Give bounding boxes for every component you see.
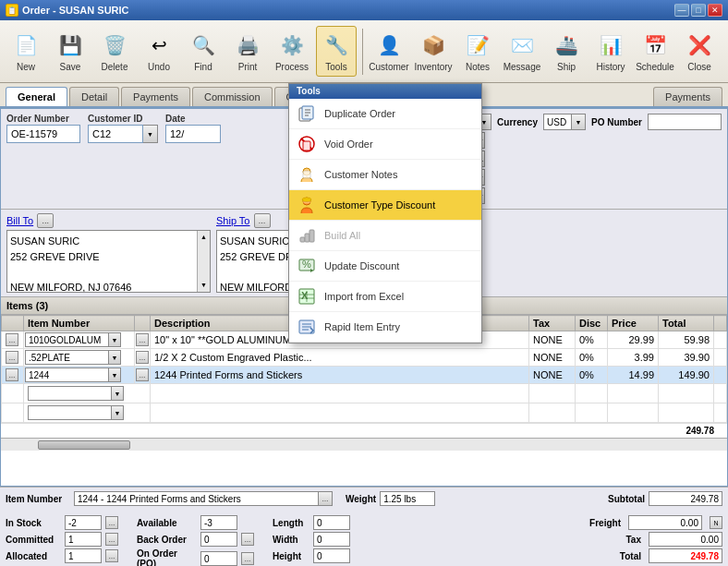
customer-id-dropdown[interactable]: ▼: [143, 125, 158, 143]
item-dropdown[interactable]: ▼: [108, 332, 121, 347]
on-order-btn[interactable]: …: [241, 552, 254, 565]
freight-btn[interactable]: N: [710, 516, 722, 529]
item-detail-btn[interactable]: …: [136, 333, 149, 346]
tax-cell: NONE: [529, 349, 576, 367]
freight-input[interactable]: [628, 515, 702, 530]
row-btn-cell[interactable]: …: [2, 331, 24, 349]
inventory-label: Inventory: [414, 62, 452, 72]
item-number-detail-btn[interactable]: …: [318, 491, 333, 506]
history-button[interactable]: 📊 History: [590, 26, 631, 77]
item-dropdown[interactable]: ▼: [108, 350, 121, 365]
tab-payments[interactable]: Payments: [121, 87, 190, 106]
menu-customer-type-discount[interactable]: Customer Type Discount: [289, 190, 481, 221]
new-label: New: [17, 62, 35, 72]
h-scroll-thumb[interactable]: [38, 440, 130, 450]
message-button[interactable]: ✉️ Message: [502, 26, 542, 77]
tools-button[interactable]: 🔧 Tools: [316, 26, 357, 77]
row-btn-cell[interactable]: …: [2, 367, 24, 384]
delete-button[interactable]: 🗑️ Delete: [94, 26, 135, 77]
item-id-input[interactable]: [25, 350, 108, 365]
tab-payments2[interactable]: Payments: [653, 87, 722, 106]
customer-button[interactable]: 👤 Customer: [369, 26, 409, 77]
order-number-input[interactable]: OE-11579: [6, 125, 80, 143]
menu-import-excel[interactable]: X Import from Excel: [289, 282, 481, 312]
tab-detail[interactable]: Detail: [69, 87, 119, 106]
row-expand-btn[interactable]: …: [6, 368, 18, 381]
menu-update-discount[interactable]: % Update Discount: [289, 251, 481, 282]
item-id-input[interactable]: [25, 332, 108, 347]
row-expand-btn[interactable]: …: [6, 333, 18, 346]
committed-input[interactable]: [65, 532, 102, 547]
height-input[interactable]: [313, 548, 350, 563]
bill-scroll-down[interactable]: ▼: [198, 281, 210, 291]
find-button[interactable]: 🔍 Find: [183, 26, 224, 77]
delete-label: Delete: [102, 62, 128, 72]
on-order-input[interactable]: [200, 551, 237, 566]
disc-cell: 0%: [576, 331, 608, 349]
item-btn-cell[interactable]: …: [135, 331, 151, 349]
date-input[interactable]: [165, 125, 221, 143]
print-button[interactable]: 🖨️ Print: [227, 26, 268, 77]
customer-label: Customer: [369, 62, 408, 72]
available-input[interactable]: [200, 515, 237, 530]
bill-scroll-up[interactable]: ▲: [198, 233, 210, 243]
empty-item-input[interactable]: [28, 386, 111, 401]
currency-dropdown[interactable]: ▼: [571, 114, 586, 130]
item-dropdown[interactable]: ▼: [108, 367, 121, 382]
undo-button[interactable]: ↩ Undo: [139, 26, 179, 77]
po-number-input[interactable]: [648, 114, 722, 130]
item-detail-btn[interactable]: …: [136, 368, 149, 381]
item-btn-cell[interactable]: …: [135, 367, 151, 384]
new-button[interactable]: 📄 New: [6, 26, 46, 77]
empty-item-input[interactable]: [28, 405, 111, 420]
menu-duplicate-order[interactable]: Duplicate Order: [289, 99, 481, 129]
in-stock-btn[interactable]: …: [105, 516, 118, 529]
horizontal-scrollbar[interactable]: [1, 438, 727, 451]
subtotal-input[interactable]: [649, 491, 722, 506]
item-number-detail-input[interactable]: [74, 491, 318, 506]
back-order-btn[interactable]: …: [241, 533, 254, 546]
window-title: Order - SUSAN SURIC: [22, 5, 129, 16]
tab-commission[interactable]: Commission: [192, 87, 273, 106]
tab-general[interactable]: General: [6, 87, 67, 106]
total-input[interactable]: [649, 548, 722, 563]
weight-input[interactable]: [380, 491, 435, 506]
menu-rapid-item[interactable]: Rapid Item Entry: [289, 312, 481, 343]
window-close-button[interactable]: ✕: [708, 4, 722, 17]
row-btn-cell[interactable]: …: [2, 349, 24, 367]
process-button[interactable]: ⚙️ Process: [272, 26, 312, 77]
in-stock-input[interactable]: [65, 515, 102, 530]
row-expand-btn[interactable]: …: [6, 351, 18, 364]
menu-void-order[interactable]: Void Order: [289, 129, 481, 160]
save-button[interactable]: 💾 Save: [50, 26, 91, 77]
bill-to-link[interactable]: Bill To: [6, 215, 33, 226]
allocated-btn[interactable]: …: [105, 549, 118, 562]
minimize-button[interactable]: —: [674, 4, 689, 17]
customer-id-input[interactable]: [88, 125, 143, 143]
ship-button[interactable]: 🚢 Ship: [546, 26, 587, 77]
bill-to-btn[interactable]: …: [37, 213, 54, 228]
schedule-button[interactable]: 📅 Schedule: [635, 26, 675, 77]
ship-to-btn[interactable]: …: [254, 213, 271, 228]
back-order-input[interactable]: [200, 532, 237, 547]
item-btn-cell[interactable]: …: [135, 349, 151, 367]
item-detail-btn[interactable]: …: [136, 351, 149, 364]
close-button[interactable]: ❌ Close: [679, 26, 720, 77]
empty-item-dropdown[interactable]: ▼: [111, 386, 124, 401]
item-id-input[interactable]: [25, 367, 108, 382]
tax-input[interactable]: [649, 532, 722, 547]
length-input[interactable]: [313, 515, 350, 530]
maximize-button[interactable]: □: [691, 4, 706, 17]
ship-to-link[interactable]: Ship To: [216, 215, 250, 226]
empty-item-dropdown[interactable]: ▼: [111, 405, 124, 420]
currency-input[interactable]: [543, 114, 571, 130]
committed-btn[interactable]: …: [105, 533, 118, 546]
bill-scrollbar[interactable]: ▲ ▼: [197, 231, 210, 292]
notes-button[interactable]: 📝 Notes: [457, 26, 498, 77]
inventory-button[interactable]: 📦 Inventory: [413, 26, 454, 77]
table-row[interactable]: … ▼ … 1/2 X 2 Custom Engraved Plastic...…: [2, 349, 727, 367]
width-input[interactable]: [313, 532, 350, 547]
allocated-input[interactable]: [65, 548, 102, 563]
table-row[interactable]: … ▼ … 1244 Printed Forms and Stickers NO…: [2, 367, 727, 384]
menu-customer-notes[interactable]: Customer Notes: [289, 160, 481, 190]
